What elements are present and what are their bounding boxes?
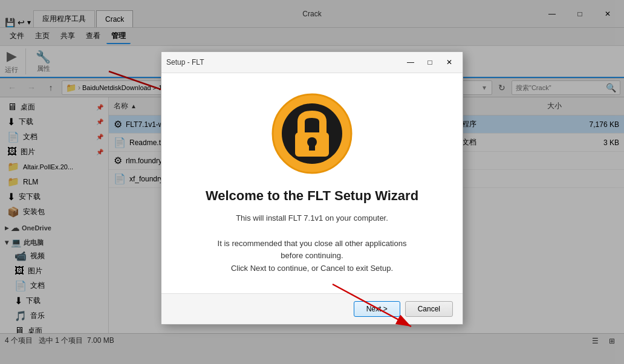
dialog-close-button[interactable]: ✕: [441, 56, 458, 69]
dialog-text: This will install FLT 7.1v1 on your comp…: [209, 212, 415, 275]
lock-icon-wrap: [270, 91, 354, 176]
dialog-body: Welcome to the FLT Setup Wizard This wil…: [161, 73, 463, 293]
dialog-maximize-button[interactable]: □: [421, 56, 438, 69]
dialog-controls: — □ ✕: [402, 56, 458, 69]
next-button[interactable]: Next >: [354, 301, 400, 317]
cancel-button[interactable]: Cancel: [405, 301, 453, 317]
dialog-title: Setup - FLT: [166, 58, 204, 67]
dialog-overlay: Setup - FLT — □ ✕: [0, 0, 624, 364]
dialog-footer: Next > Cancel: [161, 293, 463, 324]
dialog-minimize-button[interactable]: —: [402, 56, 419, 69]
lock-icon: [270, 91, 354, 176]
svg-rect-6: [309, 145, 315, 151]
setup-dialog: Setup - FLT — □ ✕: [161, 51, 463, 325]
dialog-heading: Welcome to the FLT Setup Wizard: [206, 188, 418, 204]
dialog-titlebar: Setup - FLT — □ ✕: [161, 52, 463, 73]
